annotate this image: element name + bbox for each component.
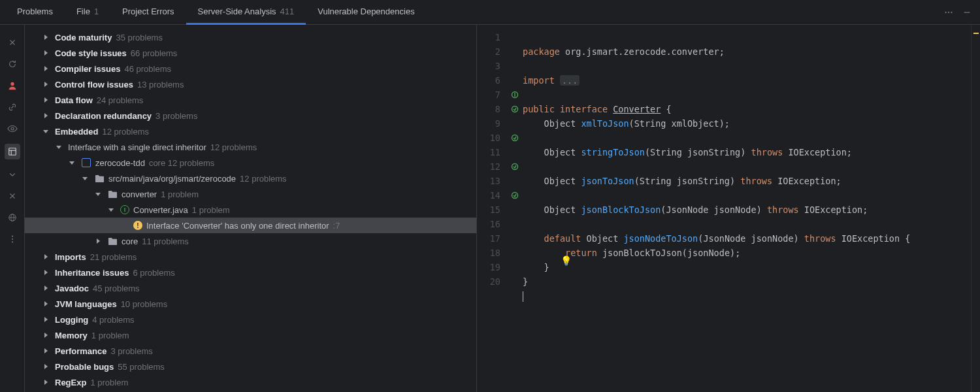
minimize-icon[interactable]	[959, 5, 975, 20]
tree-row[interactable]: RegExp 1 problem	[25, 374, 476, 390]
chevron-icon[interactable]	[41, 301, 51, 307]
tree-label: Interface 'Converter' has only one direc…	[146, 221, 329, 231]
gutter-marker[interactable]	[508, 159, 521, 174]
chevron-icon[interactable]	[41, 97, 51, 103]
gutter-marker[interactable]	[508, 102, 521, 116]
gutter-marker[interactable]	[508, 88, 521, 102]
chevron-icon[interactable]	[41, 363, 51, 370]
gutter-marker[interactable]	[508, 44, 521, 59]
chevron-icon[interactable]	[41, 128, 51, 135]
tree-row[interactable]: IConverter.java 1 problem	[25, 202, 476, 218]
tree-row[interactable]: core 11 problems	[25, 233, 476, 249]
chevron-icon[interactable]	[41, 269, 51, 276]
code-token: package	[523, 46, 560, 57]
line-number: 2	[477, 44, 500, 59]
more-icon[interactable]	[6, 233, 19, 246]
tab-server-side-analysis[interactable]: Server-Side Analysis411	[186, 0, 306, 25]
web-icon[interactable]	[6, 211, 19, 224]
tree-row[interactable]: Code maturity 35 problems	[25, 29, 476, 45]
refresh-icon[interactable]	[6, 57, 19, 71]
chevron-icon[interactable]	[80, 175, 90, 182]
tree-row[interactable]: src/main/java/org/jsmart/zerocode 12 pro…	[25, 171, 476, 186]
tree-sublabel: 6 problems	[133, 268, 174, 278]
code-token: Converter	[613, 104, 661, 114]
tree-row[interactable]: !Interface 'Converter' has only one dire…	[25, 218, 476, 233]
preview-icon[interactable]	[5, 144, 20, 159]
chevron-icon[interactable]	[106, 206, 116, 213]
code-token	[523, 233, 544, 244]
gutter-marker[interactable]	[508, 274, 521, 289]
svg-point-7	[11, 127, 14, 130]
tab-count: 411	[280, 7, 295, 16]
expand-icon[interactable]	[6, 168, 19, 181]
chevron-icon[interactable]	[41, 112, 51, 119]
link-icon[interactable]	[6, 101, 19, 114]
code-area[interactable]: package org.jsmart.zerocode.converter; i…	[521, 25, 971, 392]
tab-more-icon[interactable]	[941, 5, 956, 20]
tree-row[interactable]: Logging 4 problems	[25, 312, 476, 327]
gutter-marker[interactable]	[508, 59, 521, 73]
tree-row[interactable]: JVM languages 10 problems	[25, 296, 476, 312]
code-editor[interactable]: 12367891011121314151617181920 package or…	[477, 25, 980, 392]
tab-problems[interactable]: Problems	[5, 0, 65, 25]
chevron-icon[interactable]	[67, 159, 77, 166]
folded-region[interactable]: ...	[560, 75, 580, 86]
gutter-marker[interactable]	[508, 231, 521, 246]
chevron-icon[interactable]	[41, 253, 51, 260]
tree-row[interactable]: Memory 1 problem	[25, 327, 476, 343]
user-icon[interactable]	[6, 79, 19, 92]
gutter-marker[interactable]	[508, 116, 521, 131]
gutter-marker[interactable]	[508, 73, 521, 88]
chevron-icon[interactable]	[54, 144, 64, 150]
gutter-marker[interactable]	[508, 246, 521, 260]
tree-label: zerocode-tdd	[95, 158, 145, 168]
gutter-marker[interactable]	[508, 145, 521, 159]
close-icon[interactable]	[6, 36, 19, 49]
chevron-icon[interactable]	[41, 65, 51, 72]
chevron-icon[interactable]	[41, 379, 51, 385]
chevron-icon[interactable]	[41, 332, 51, 338]
tree-label: Memory	[55, 331, 88, 340]
collapse-icon[interactable]	[6, 189, 19, 203]
tree-row[interactable]: zerocode-tdd core 12 problems	[25, 155, 476, 171]
chevron-icon[interactable]	[41, 50, 51, 56]
chevron-icon[interactable]	[41, 316, 51, 323]
intention-bulb-icon[interactable]: 💡	[561, 253, 572, 268]
tree-row[interactable]: Performance 3 problems	[25, 343, 476, 359]
eye-icon[interactable]	[6, 122, 19, 135]
tree-row[interactable]: Imports 21 problems	[25, 249, 476, 265]
svg-marker-36	[44, 317, 48, 322]
chevron-icon[interactable]	[41, 81, 51, 88]
gutter-marker[interactable]	[508, 203, 521, 217]
tree-row[interactable]: Inheritance issues 6 problems	[25, 265, 476, 280]
tree-row[interactable]: Declaration redundancy 3 problems	[25, 108, 476, 123]
tree-row[interactable]: Data flow 24 problems	[25, 92, 476, 108]
tree-row[interactable]: Code style issues 66 problems	[25, 45, 476, 61]
tree-row[interactable]: converter 1 problem	[25, 186, 476, 202]
editor-scrollbar[interactable]	[971, 25, 980, 392]
problems-tree[interactable]: Code maturity 35 problemsCode style issu…	[25, 25, 477, 392]
tree-row[interactable]: Interface with a single direct inheritor…	[25, 139, 476, 155]
gutter-marker[interactable]	[508, 30, 521, 44]
chevron-icon[interactable]	[41, 34, 51, 41]
tree-row[interactable]: Control flow issues 13 problems	[25, 76, 476, 92]
gutter-marker[interactable]	[508, 188, 521, 203]
chevron-icon[interactable]	[93, 191, 103, 197]
svg-marker-37	[44, 333, 48, 338]
tab-file[interactable]: File1	[65, 0, 110, 25]
gutter-marker[interactable]	[508, 174, 521, 188]
chevron-icon[interactable]	[93, 238, 103, 244]
tree-label: converter	[122, 189, 157, 199]
tab-vulnerable-dependencies[interactable]: Vulnerable Dependencies	[306, 0, 426, 25]
gutter-marker[interactable]	[508, 217, 521, 231]
chevron-icon[interactable]	[41, 285, 51, 291]
chevron-icon[interactable]	[41, 348, 51, 354]
tab-project-errors[interactable]: Project Errors	[110, 0, 186, 25]
tree-row[interactable]: Embedded 12 problems	[25, 123, 476, 139]
gutter-marker[interactable]	[508, 131, 521, 145]
code-token: jsonNodeToJson	[623, 233, 698, 244]
gutter-marker[interactable]	[508, 260, 521, 274]
tree-row[interactable]: Probable bugs 55 problems	[25, 359, 476, 374]
tree-row[interactable]: Compiler issues 46 problems	[25, 61, 476, 76]
tree-row[interactable]: Javadoc 45 problems	[25, 280, 476, 296]
